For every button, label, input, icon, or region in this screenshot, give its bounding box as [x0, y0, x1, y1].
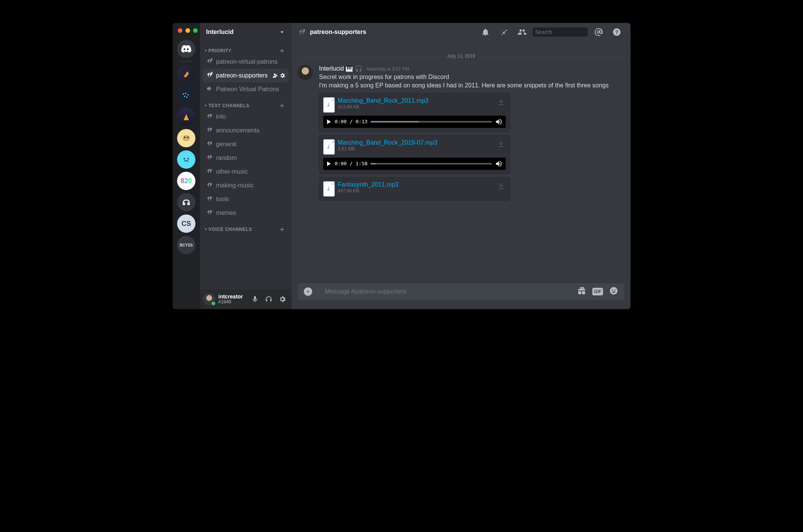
add-channel-icon[interactable] — [279, 47, 285, 54]
channel-item[interactable]: other-music — [203, 165, 289, 179]
hash-icon — [206, 153, 214, 163]
channel-name: general — [216, 141, 285, 148]
close-window-button[interactable] — [178, 28, 182, 33]
server-label: BCYSS — [180, 243, 193, 247]
svg-rect-2 — [187, 94, 189, 95]
file-name[interactable]: Fantasynth_2011.mp3 — [338, 181, 493, 188]
server-icon[interactable] — [177, 65, 195, 83]
server-icon[interactable] — [177, 150, 195, 169]
svg-rect-4 — [186, 97, 187, 98]
settings-button[interactable] — [276, 293, 289, 305]
channel-item[interactable]: tools — [203, 192, 289, 206]
hash-lock-icon — [298, 27, 307, 37]
message-input-box: GIF — [298, 283, 624, 300]
download-button[interactable] — [497, 139, 506, 150]
server-icon[interactable] — [177, 193, 195, 211]
pinned-button[interactable] — [499, 27, 508, 37]
message-input[interactable] — [325, 288, 571, 295]
channel-item[interactable]: random — [203, 151, 289, 165]
channel-item[interactable]: general — [203, 137, 289, 151]
date-divider: July 11, 2019 — [298, 53, 624, 59]
file-size: 413.88 KB — [338, 104, 493, 110]
divider — [318, 287, 319, 296]
hash-icon — [206, 126, 214, 135]
search-box[interactable] — [533, 27, 588, 37]
download-button[interactable] — [497, 181, 506, 192]
file-icon — [323, 139, 335, 155]
channel-item[interactable]: announcements — [203, 124, 289, 137]
timestamp: Yesterday at 9:07 PM — [366, 66, 409, 72]
author-name[interactable]: Interlucid 🎹 🎧 — [319, 65, 363, 72]
help-button[interactable] — [612, 27, 621, 37]
play-button[interactable] — [326, 119, 332, 124]
channel-item[interactable]: making-music — [203, 179, 289, 192]
chevron-down-icon — [204, 227, 208, 231]
svg-rect-3 — [184, 96, 185, 97]
audio-attachment: Fantasynth_2011.mp3497.96 KB — [319, 177, 510, 201]
add-channel-icon[interactable] — [279, 102, 285, 109]
gear-icon[interactable] — [279, 73, 285, 79]
message-list[interactable]: July 11, 2019 Interlucid 🎹 🎧 Yesterday a… — [292, 41, 630, 283]
mentions-button[interactable] — [594, 27, 603, 37]
deafen-button[interactable] — [263, 293, 275, 305]
file-name[interactable]: Marching_Band_Rock_2011.mp3 — [338, 97, 493, 104]
audio-attachment: Marching_Band_Rock_2011.mp3413.88 KB0:00… — [319, 93, 510, 132]
progress-bar[interactable] — [371, 121, 492, 123]
add-channel-icon[interactable] — [279, 226, 285, 233]
channel-name: Patreon Virtual Patrons — [216, 86, 285, 93]
gif-button[interactable]: GIF — [592, 288, 603, 295]
emoji-button[interactable] — [609, 286, 618, 297]
channel-list[interactable]: PRIORITYpatreon-virtual-patronspatreon-s… — [200, 41, 292, 289]
user-panel: intcreator #1849 — [200, 289, 292, 309]
channel-item[interactable]: patreon-supporters — [203, 69, 289, 82]
message-text: I'm making a 5 song EP based on song ide… — [319, 81, 624, 90]
server-icon[interactable]: 820 — [177, 172, 195, 190]
avatar[interactable] — [203, 293, 215, 305]
svg-point-10 — [187, 158, 189, 160]
notifications-button[interactable] — [481, 27, 490, 37]
invite-icon[interactable] — [272, 73, 278, 79]
channel-item[interactable]: Patreon Virtual Patrons — [203, 82, 289, 96]
server-icon[interactable]: BCYSS — [177, 236, 195, 254]
user-info[interactable]: intcreator #1849 — [218, 294, 246, 305]
search-input[interactable] — [535, 29, 602, 35]
progress-bar[interactable] — [371, 163, 492, 164]
server-icon[interactable] — [177, 129, 195, 147]
category-header[interactable]: TEXT CHANNELS — [203, 96, 289, 110]
hash-icon — [206, 167, 214, 176]
volume-button[interactable] — [495, 160, 503, 168]
category-header[interactable]: VOICE CHANNELS — [203, 220, 289, 234]
channel-item[interactable]: info — [203, 110, 289, 124]
attach-button[interactable] — [304, 287, 312, 296]
play-button[interactable] — [326, 161, 332, 166]
minimize-window-button[interactable] — [185, 28, 190, 33]
channel-item[interactable]: memes — [203, 206, 289, 220]
hash-icon — [206, 208, 214, 218]
username: intcreator — [218, 294, 246, 300]
file-name[interactable]: Marching_Band_Rock_2019-07.mp3 — [338, 139, 493, 146]
svg-point-8 — [181, 154, 192, 165]
channel-name: memes — [216, 210, 285, 216]
server-icon[interactable]: CS — [177, 214, 195, 233]
volume-button[interactable] — [495, 118, 503, 126]
message-text: Secret work in progress for patrons with… — [319, 73, 624, 81]
gift-button[interactable] — [577, 286, 586, 297]
category-name: PRIORITY — [208, 48, 232, 53]
server-icon[interactable] — [177, 108, 195, 126]
chevron-down-icon — [204, 104, 208, 108]
window-controls — [178, 28, 198, 33]
home-button[interactable] — [177, 40, 195, 58]
audio-attachment: Marching_Band_Rock_2019-07.mp33.61 MB0:0… — [319, 135, 510, 174]
server-icon[interactable] — [177, 86, 195, 105]
server-dropdown[interactable]: Interlucid — [200, 23, 292, 41]
maximize-window-button[interactable] — [193, 28, 198, 33]
download-button[interactable] — [497, 97, 506, 108]
avatar[interactable] — [298, 65, 313, 80]
playback-time: 0:00 / 0:13 — [335, 119, 368, 124]
category-header[interactable]: PRIORITY — [203, 41, 289, 55]
category-name: TEXT CHANNELS — [208, 103, 249, 108]
channel-name: announcements — [216, 127, 285, 134]
mute-button[interactable] — [249, 293, 261, 305]
channel-item[interactable]: patreon-virtual-patrons — [203, 55, 289, 69]
members-button[interactable] — [518, 27, 527, 37]
